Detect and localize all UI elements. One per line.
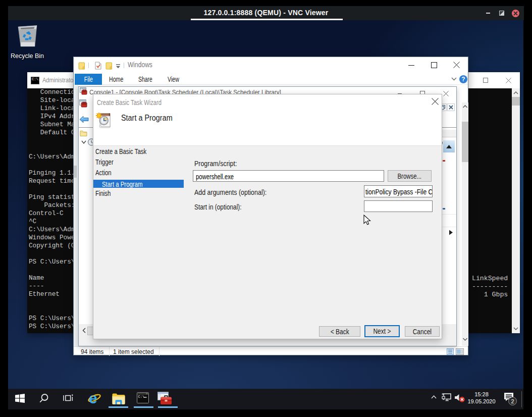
- svg-text:e: e: [89, 391, 97, 405]
- svg-text:C:\: C:\: [138, 395, 145, 399]
